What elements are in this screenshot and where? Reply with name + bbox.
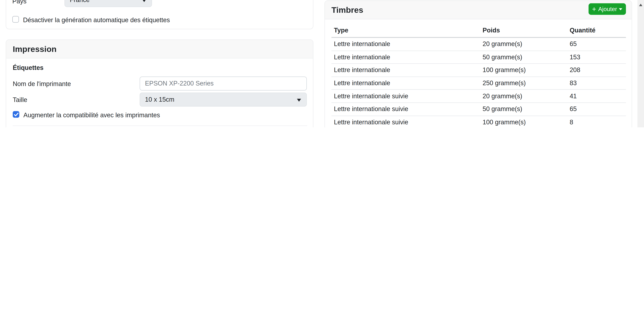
etiquettes-section-heading: Étiquettes (13, 64, 44, 72)
etiquettes-size-label: Taille (13, 96, 27, 104)
etiquettes-size-value: 10 x 15cm (145, 96, 174, 103)
check-icon (14, 113, 18, 116)
timbres-table-body: Lettre internationale20 gramme(s)65Lettr… (332, 38, 626, 127)
pays-label: Pays (12, 0, 26, 5)
quantite-cell: 208 (567, 64, 626, 77)
type-cell: Lettre internationale (332, 51, 480, 64)
poids-cell: 250 gramme(s) (480, 77, 567, 90)
col-poids: Poids (480, 24, 567, 38)
scroll-up-icon[interactable] (639, 4, 642, 6)
quantite-cell: 65 (567, 38, 626, 51)
compat-checkbox[interactable] (13, 111, 19, 118)
timbres-row: Lettre internationale20 gramme(s)65 (332, 38, 626, 51)
timbres-row: Lettre internationale suivie20 gramme(s)… (332, 90, 626, 103)
divider (13, 125, 307, 126)
settings-page: Pays France Désactiver la génération aut… (0, 0, 644, 127)
disable-labels-checkbox[interactable] (12, 16, 19, 23)
impression-card: Impression Étiquettes Nom de l'imprimant… (6, 40, 313, 127)
timbres-row: Lettre internationale250 gramme(s)83 (332, 77, 626, 90)
poids-cell: 20 gramme(s) (480, 38, 567, 51)
country-card (6, 0, 313, 29)
quantite-cell: 41 (567, 90, 626, 103)
ajouter-button[interactable]: + Ajouter (588, 3, 626, 15)
timbres-table: Type Poids Quantité Lettre international… (332, 24, 626, 127)
etiquettes-size-select[interactable]: 10 x 15cm (140, 93, 307, 106)
type-cell: Lettre internationale suivie (332, 103, 480, 116)
chevron-down-icon (142, 0, 146, 2)
poids-cell: 100 gramme(s) (480, 64, 567, 77)
plus-icon: + (592, 6, 596, 13)
quantite-cell: 83 (567, 77, 626, 90)
poids-cell: 50 gramme(s) (480, 51, 567, 64)
type-cell: Lettre internationale suivie (332, 116, 480, 127)
timbres-card-header: Timbres + Ajouter (325, 1, 632, 19)
poids-cell: 20 gramme(s) (480, 90, 567, 103)
poids-cell: 100 gramme(s) (480, 116, 567, 127)
impression-card-header: Impression (6, 40, 313, 58)
pays-select[interactable]: France (64, 0, 152, 7)
type-cell: Lettre internationale suivie (332, 90, 480, 103)
col-quantite: Quantité (567, 24, 626, 38)
type-cell: Lettre internationale (332, 77, 480, 90)
timbres-title: Timbres (332, 1, 363, 19)
timbres-row: Lettre internationale50 gramme(s)153 (332, 51, 626, 64)
chevron-down-icon (619, 8, 622, 10)
etiquettes-printer-label: Nom de l'imprimante (13, 80, 71, 88)
timbres-card: Timbres + Ajouter Type Poids Quantité Le… (324, 0, 632, 127)
timbres-row: Lettre internationale suivie100 gramme(s… (332, 116, 626, 127)
impression-title: Impression (13, 40, 56, 58)
quantite-cell: 153 (567, 51, 626, 64)
quantite-cell: 65 (567, 103, 626, 116)
ajouter-button-label: Ajouter (598, 6, 617, 12)
timbres-row: Lettre internationale suivie50 gramme(s)… (332, 103, 626, 116)
timbres-row: Lettre internationale100 gramme(s)208 (332, 64, 626, 77)
quantite-cell: 8 (567, 116, 626, 127)
type-cell: Lettre internationale (332, 38, 480, 51)
page-scrollbar[interactable] (638, 0, 644, 127)
type-cell: Lettre internationale (332, 64, 480, 77)
chevron-down-icon (297, 99, 301, 102)
poids-cell: 50 gramme(s) (480, 103, 567, 116)
pays-select-value: France (70, 0, 90, 3)
etiquettes-printer-input[interactable]: EPSON XP-2200 Series (140, 77, 307, 91)
compat-checkbox-label: Augmenter la compatibilité avec les impr… (24, 112, 160, 119)
disable-labels-checkbox-label: Désactiver la génération automatique des… (23, 17, 170, 24)
col-type: Type (332, 24, 480, 38)
timbres-table-header-row: Type Poids Quantité (332, 24, 626, 38)
